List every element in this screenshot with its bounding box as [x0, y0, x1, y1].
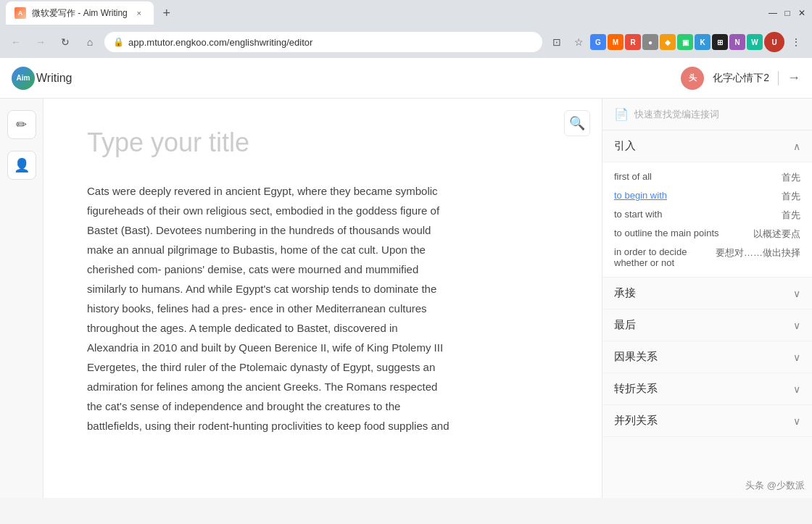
logo-aim: Aim	[17, 74, 30, 82]
main-layout: ✏ 👤 Type your title Cats were deeply rev…	[0, 99, 812, 498]
tab-favicon: A	[14, 7, 26, 19]
user-icon: 👤	[14, 157, 30, 173]
section-finally-chevron: ∨	[793, 320, 800, 331]
search-icon: 🔍	[569, 115, 585, 131]
browser-chrome: A 微软爱写作 - Aim Writing × + — □ ✕ ← → ↻ ⌂ …	[0, 0, 812, 58]
app-logo: Aim Writing	[12, 67, 72, 90]
app-container: Aim Writing 头 化字心情下2 → ✏ 👤 Type your tit…	[0, 58, 812, 498]
maximize-button[interactable]: □	[783, 9, 792, 17]
forward-button[interactable]: →	[30, 32, 51, 52]
editor-area[interactable]: Type your title Cats were deeply revered…	[44, 99, 602, 498]
panel-search-header[interactable]: 📄 快速查找觉编连接词	[602, 99, 812, 130]
section-transition-title: 转折关系	[614, 382, 658, 396]
ext-icon-8[interactable]: ⊞	[712, 34, 728, 50]
section-finally-title: 最后	[614, 318, 636, 332]
user-ext-icon[interactable]: U	[764, 32, 784, 52]
cast-icon[interactable]: ⊡	[547, 32, 567, 52]
section-intro-title: 引入	[614, 139, 636, 153]
ext-icon-7[interactable]: K	[695, 34, 710, 50]
ext-icon-5[interactable]: ◆	[660, 34, 676, 50]
phrase-en-4: to outline the main points	[614, 228, 737, 238]
editor-content[interactable]: Cats were deeply revered in ancient Egyp…	[87, 181, 450, 436]
phrase-row-2: to begin with 首先	[614, 187, 800, 206]
phrase-zh-3: 首先	[742, 209, 800, 222]
ext-icon-2[interactable]: M	[608, 34, 624, 50]
user-name-label: 化字心情下2	[713, 72, 769, 85]
section-cause-title: 因果关系	[614, 350, 658, 364]
close-button[interactable]: ✕	[798, 9, 806, 17]
header-divider	[778, 71, 779, 86]
reload-button[interactable]: ↻	[55, 32, 75, 52]
search-float-button[interactable]: 🔍	[564, 110, 590, 136]
editor-title-placeholder[interactable]: Type your title	[87, 128, 558, 158]
panel-doc-icon: 📄	[614, 107, 629, 121]
section-intro-header[interactable]: 引入 ∧	[602, 130, 812, 162]
section-transition-header[interactable]: 转折关系 ∨	[602, 373, 812, 405]
phrase-zh-1: 首先	[742, 171, 800, 184]
phrase-en-1: first of all	[614, 171, 737, 182]
section-transition-chevron: ∨	[793, 383, 800, 395]
bookmark-icon[interactable]: ☆	[568, 32, 589, 52]
back-button[interactable]: ←	[6, 32, 26, 52]
ext-icon-1[interactable]: G	[590, 34, 606, 50]
phrase-en-2[interactable]: to begin with	[614, 190, 737, 201]
editor-wrapper: Type your title Cats were deeply revered…	[44, 99, 602, 498]
left-sidebar: ✏ 👤	[0, 99, 44, 498]
panel-search-placeholder[interactable]: 快速查找觉编连接词	[634, 108, 719, 121]
section-parallel-chevron: ∨	[793, 415, 800, 427]
logo-writing: Writing	[36, 72, 72, 85]
tab-close-btn[interactable]: ×	[133, 7, 145, 19]
url-text: app.mtutor.engkoo.com/englishwriting/edi…	[128, 37, 534, 48]
title-bar: A 微软爱写作 - Aim Writing × + — □ ✕	[0, 0, 812, 26]
phrase-sections: 引入 ∧ first of all 首先 to begin with 首先 to…	[602, 130, 812, 437]
browser-tab[interactable]: A 微软爱写作 - Aim Writing ×	[6, 1, 154, 25]
phrase-zh-4: 以概述要点	[742, 228, 800, 241]
menu-icon[interactable]: ⋮	[786, 32, 806, 52]
watermark: 头条 @少数派	[745, 479, 805, 492]
edit-tool-button[interactable]: ✏	[7, 110, 36, 139]
section-parallel-title: 并列关系	[614, 414, 658, 428]
phrase-row-3: to start with 首先	[614, 206, 800, 225]
section-carry-header[interactable]: 承接 ∨	[602, 278, 812, 309]
phrase-row-1: first of all 首先	[614, 168, 800, 187]
logout-button[interactable]: →	[787, 70, 800, 86]
new-tab-button[interactable]: +	[157, 3, 177, 23]
window-controls: — □ ✕	[768, 9, 806, 17]
phrase-en-5: in order to decide whether or not	[614, 246, 710, 268]
phrase-zh-5: 要想对……做出抉择	[716, 246, 800, 259]
header-right: 头 化字心情下2 →	[681, 67, 800, 90]
right-panel: 📄 快速查找觉编连接词 引入 ∧ first of all 首先 to begi…	[602, 99, 812, 498]
ext-icon-9[interactable]: N	[729, 34, 745, 50]
ext-icon-4[interactable]: ●	[642, 34, 658, 50]
pencil-icon: ✏	[16, 117, 27, 133]
section-finally-header[interactable]: 最后 ∨	[602, 309, 812, 341]
section-cause-chevron: ∨	[793, 352, 800, 363]
ext-icon-10[interactable]: W	[747, 34, 763, 50]
phrase-row-4: to outline the main points 以概述要点	[614, 225, 800, 244]
section-parallel-header[interactable]: 并列关系 ∨	[602, 405, 812, 437]
phrase-row-5: in order to decide whether or not 要想对……做…	[614, 244, 800, 271]
section-intro-chevron: ∧	[793, 141, 800, 152]
ext-icon-6[interactable]: ▣	[677, 34, 693, 50]
home-button[interactable]: ⌂	[80, 32, 100, 52]
toolbar-icons: ⊡ ☆ G M R ● ◆ ▣ K ⊞ N W U ⋮	[547, 32, 806, 52]
section-intro-content: first of all 首先 to begin with 首先 to star…	[602, 162, 812, 278]
section-cause-header[interactable]: 因果关系 ∨	[602, 341, 812, 373]
phrase-en-3: to start with	[614, 209, 737, 220]
ext-icon-3[interactable]: R	[625, 34, 641, 50]
phrase-zh-2: 首先	[742, 190, 800, 203]
minimize-button[interactable]: —	[768, 9, 777, 17]
user-tool-button[interactable]: 👤	[7, 151, 36, 180]
address-bar: ← → ↻ ⌂ 🔒 app.mtutor.engkoo.com/englishw…	[0, 26, 812, 58]
tab-label: 微软爱写作 - Aim Writing	[32, 7, 128, 20]
section-carry-title: 承接	[614, 286, 636, 300]
section-carry-chevron: ∨	[793, 288, 800, 299]
user-avatar: 头	[681, 67, 704, 90]
logo-circle: Aim	[12, 67, 35, 90]
app-header: Aim Writing 头 化字心情下2 →	[0, 58, 812, 99]
address-input[interactable]: 🔒 app.mtutor.engkoo.com/englishwriting/e…	[104, 32, 542, 52]
